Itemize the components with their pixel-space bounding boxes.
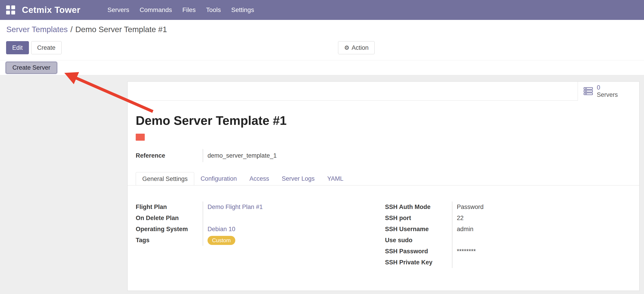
ssh-port-value: 22: [457, 213, 464, 224]
reference-field: Reference demo_server_template_1: [136, 149, 276, 162]
tab-general-settings[interactable]: General Settings: [136, 172, 194, 185]
ssh-auth-mode-value: Password: [457, 202, 484, 213]
breadcrumb-separator: /: [70, 25, 73, 34]
breadcrumb: Server Templates/Demo Server Template #1: [6, 25, 167, 34]
action-button-label: Action: [352, 44, 368, 51]
servers-stat-button[interactable]: 0 Servers: [578, 82, 639, 101]
ssh-port-label: SSH port: [385, 213, 452, 224]
ssh-password-label: SSH Password: [385, 246, 452, 257]
brand-title[interactable]: Cetmix Tower: [22, 5, 80, 15]
breadcrumb-parent[interactable]: Server Templates: [6, 25, 68, 34]
create-button[interactable]: Create: [31, 41, 62, 54]
ssh-password-value: ********: [457, 246, 476, 257]
gear-icon: ⚙: [344, 44, 349, 51]
menu-item-commands[interactable]: Commands: [140, 6, 172, 14]
create-server-button[interactable]: Create Server: [6, 62, 57, 74]
operating-system-value[interactable]: Debian 10: [208, 224, 235, 235]
tab-yaml[interactable]: YAML: [321, 172, 350, 185]
menu-item-files[interactable]: Files: [182, 6, 196, 14]
content-area: 0 Servers Demo Server Template #1 Refere…: [0, 75, 644, 294]
button-box: 0 Servers: [128, 82, 639, 101]
action-button[interactable]: ⚙ Action: [338, 41, 374, 54]
apps-menu-icon[interactable]: [6, 6, 15, 15]
tag-custom[interactable]: Custom: [208, 236, 235, 245]
ssh-username-value: admin: [457, 224, 474, 235]
on-delete-plan-label: On Delete Plan: [136, 213, 203, 224]
reference-label: Reference: [136, 152, 203, 159]
tags-label: Tags: [136, 235, 203, 246]
object-buttons-strip: Create Server: [0, 60, 644, 75]
right-field-group: SSH Auth Mode SSH port SSH Username Use …: [385, 202, 547, 268]
tab-server-logs[interactable]: Server Logs: [276, 172, 321, 185]
main-menu: Servers Commands Files Tools Settings: [108, 6, 254, 14]
color-swatch[interactable]: [136, 134, 145, 141]
menu-item-tools[interactable]: Tools: [206, 6, 221, 14]
tab-access[interactable]: Access: [243, 172, 276, 185]
flight-plan-value[interactable]: Demo Flight Plan #1: [208, 202, 263, 213]
ssh-username-label: SSH Username: [385, 224, 452, 235]
tab-configuration[interactable]: Configuration: [194, 172, 243, 185]
edit-button[interactable]: Edit: [6, 41, 29, 54]
breadcrumb-current: Demo Server Template #1: [75, 25, 167, 34]
reference-value: demo_server_template_1: [203, 149, 276, 162]
form-sheet: 0 Servers Demo Server Template #1 Refere…: [127, 81, 640, 291]
app-window: Cetmix Tower Servers Commands Files Tool…: [0, 0, 644, 294]
record-title: Demo Server Template #1: [136, 113, 286, 128]
ssh-private-key-label: SSH Private Key: [385, 257, 452, 268]
stat-value: 0: [597, 84, 600, 91]
ssh-auth-mode-label: SSH Auth Mode: [385, 202, 452, 213]
stat-label: Servers: [597, 91, 618, 98]
flight-plan-label: Flight Plan: [136, 202, 203, 213]
top-navbar: Cetmix Tower Servers Commands Files Tool…: [0, 0, 644, 20]
server-icon: [583, 86, 593, 96]
notebook-tabs: General Settings Configuration Access Se…: [128, 172, 639, 186]
use-sudo-label: Use sudo: [385, 235, 452, 246]
operating-system-label: Operating System: [136, 224, 203, 235]
menu-item-settings[interactable]: Settings: [231, 6, 254, 14]
left-field-group: Flight Plan On Delete Plan Operating Sys…: [136, 202, 298, 246]
menu-item-servers[interactable]: Servers: [108, 6, 129, 14]
control-panel-buttons: Edit Create: [6, 41, 62, 54]
